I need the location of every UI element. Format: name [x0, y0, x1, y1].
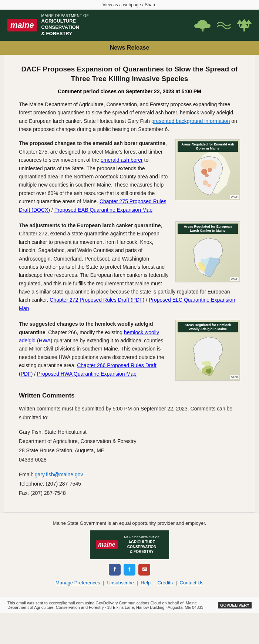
section-hwa: Areas Regulated for Hemlock Woolly Adelg…	[19, 320, 240, 385]
email-link[interactable]: gary.fish@maine.gov	[35, 472, 83, 477]
eab-link[interactable]: emerald ash borer	[101, 157, 143, 163]
svg-point-13	[205, 174, 209, 177]
header-icons	[194, 18, 252, 33]
contact-details: Email: gary.fish@maine.gov Telephone: (2…	[19, 470, 240, 498]
govdelivery-logo: GOVDELIVERY	[218, 602, 252, 608]
footer-maine-logo: maine	[96, 540, 117, 549]
intro-paragraph: The Maine Department of Agriculture, Con…	[19, 100, 240, 134]
hwa-map-link[interactable]: Proposed HWA Quarantine Expansion Map	[37, 371, 137, 377]
contact-block: Gary Fish, State Horticulturist Departme…	[19, 427, 240, 465]
footer-org-text: MAINE DEPARTMENT OF AGRICULTURECONSERVAT…	[121, 533, 163, 556]
contact-address1: 28 State House Station, Augusta, ME	[19, 446, 240, 455]
twitter-icon[interactable]: t	[124, 564, 135, 576]
svg-point-2	[194, 24, 200, 28]
comment-period: Comment period closes on September 22, 2…	[19, 88, 240, 94]
share-link[interactable]: Share	[145, 2, 157, 7]
footer-links: Manage Preferences | Unsubscribe | Help …	[7, 580, 252, 586]
help-link[interactable]: Help	[141, 580, 151, 586]
footer-main: Maine State Government is an equal oppor…	[0, 513, 259, 596]
hwa-map-image: Areas Regulated for Hemlock Woolly Adelg…	[175, 320, 240, 381]
svg-rect-8	[239, 24, 240, 27]
dept-label: MAINE DEPARTMENT OF	[41, 13, 89, 18]
section-elc: Areas Regulated for European Larch Canke…	[19, 221, 240, 312]
footer-logo-container: maine MAINE DEPARTMENT OF AGRICULTURECON…	[90, 530, 169, 559]
social-icons: f t ✉	[7, 564, 252, 576]
manage-preferences-link[interactable]: Manage Preferences	[56, 580, 100, 586]
article-title: DACF Proposes Expansion of Quarantines t…	[19, 64, 240, 84]
header: maine MAINE DEPARTMENT OF AGRICULTURECON…	[0, 10, 259, 41]
contact-dept: Department of Agriculture, Conservation …	[19, 437, 240, 446]
contact-fax: Fax: (207) 287-7548	[19, 489, 240, 498]
written-comments-section: Written Comments Written comments must b…	[19, 392, 240, 498]
bottom-bar: This email was sent to xxxxxx@gmail.com …	[0, 597, 259, 613]
hwa-map-svg	[191, 336, 225, 376]
contact-us-link[interactable]: Contact Us	[180, 580, 204, 586]
contact-address2: 04333-0028	[19, 455, 240, 464]
org-name: AGRICULTURECONSERVATION& FORESTRY	[41, 18, 89, 37]
credits-link[interactable]: Credits	[158, 580, 173, 586]
svg-rect-6	[243, 28, 245, 31]
maine-logo: maine	[7, 19, 37, 31]
equal-opportunity-text: Maine State Government is an equal oppor…	[7, 520, 252, 526]
main-content: DACF Proposes Expansion of Quarantines t…	[4, 55, 255, 513]
elc-map-svg	[191, 237, 225, 278]
svg-point-15	[207, 184, 211, 187]
trees-icon	[237, 18, 252, 32]
contact-email-line: Email: gary.fish@maine.gov	[19, 470, 240, 479]
agriculture-icon	[194, 18, 211, 33]
elc-rules-link[interactable]: Chapter 272 Proposed Rules Draft (PDF)	[50, 297, 144, 303]
svg-rect-10	[248, 24, 249, 27]
water-icon	[216, 20, 231, 31]
eab-map-image: Areas Regulated for Emerald Ash Borer in…	[175, 139, 240, 200]
header-logo: maine MAINE DEPARTMENT OF AGRICULTURECON…	[7, 13, 89, 37]
news-banner: News Release	[0, 41, 259, 55]
view-as-webpage-link[interactable]: View as a webpage	[102, 2, 141, 7]
email-social-icon[interactable]: ✉	[138, 564, 150, 576]
contact-phone: Telephone: (207) 287-7545	[19, 479, 240, 489]
svg-point-3	[205, 24, 211, 28]
topbar: View as a webpage / Share	[0, 0, 259, 10]
contact-name: Gary Fish, State Horticulturist	[19, 427, 240, 437]
facebook-icon[interactable]: f	[109, 564, 121, 576]
elc-map-title: Areas Regulated for European Larch Canke…	[178, 224, 238, 234]
eab-map-link[interactable]: Proposed EAB Quarantine Expansion Map	[54, 207, 152, 213]
svg-marker-9	[246, 20, 252, 24]
bottom-bar-text: This email was sent to xxxxxx@gmail.com …	[7, 601, 218, 610]
elc-map-image: Areas Regulated for European Larch Canke…	[175, 221, 240, 282]
svg-marker-7	[237, 20, 243, 24]
background-info-link[interactable]: presented background information	[151, 118, 230, 124]
section-eab: Areas Regulated for Emerald Ash Borer in…	[19, 139, 240, 214]
eab-map-svg	[191, 155, 225, 196]
hwa-map-title: Areas Regulated for Hemlock Woolly Adelg…	[178, 322, 238, 332]
separator: /	[142, 2, 145, 7]
comments-deadline-text: Written comments must be submitted by 5:…	[19, 405, 240, 422]
unsubscribe-link[interactable]: Unsubscribe	[107, 580, 134, 586]
written-comments-heading: Written Comments	[19, 392, 240, 399]
svg-point-14	[203, 180, 208, 185]
header-org-text: MAINE DEPARTMENT OF AGRICULTURECONSERVAT…	[41, 13, 89, 37]
eab-map-title: Areas Regulated for Emerald Ash Borer in…	[178, 141, 238, 152]
